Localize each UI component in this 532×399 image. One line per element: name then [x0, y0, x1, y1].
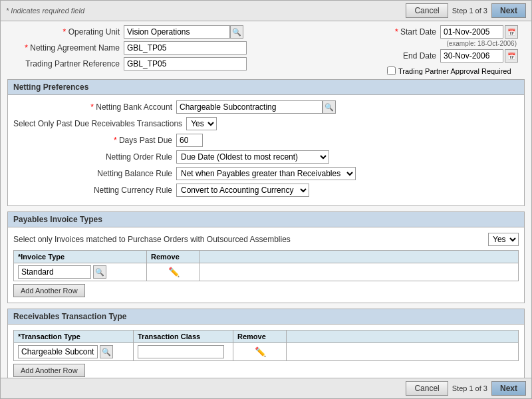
days-past-due-input[interactable]: [176, 134, 203, 147]
invoice-row-0: 🔍 ✏️: [13, 263, 519, 281]
invoice-remove-icon[interactable]: ✏️: [168, 267, 179, 277]
netting-balance-select[interactable]: Net when Payables greater than Receivabl…: [176, 167, 356, 180]
bank-account-row: * Netting Bank Account 🔍: [13, 100, 519, 114]
col-transaction-class-header: Transaction Class: [134, 331, 233, 342]
past-due-row: Select Only Past Due Receivables Transac…: [13, 117, 519, 130]
step-label-bottom: Step 1 of 3: [452, 384, 487, 392]
approval-checkbox[interactable]: [387, 66, 396, 75]
receivables-row-0: 🔍 ✏️: [13, 342, 519, 361]
cancel-button-bottom[interactable]: Cancel: [406, 381, 448, 396]
main-content: * Operating Unit 🔍 * Netting Agreement N…: [1, 21, 531, 378]
invoice-grid-header: *Invoice Type Remove: [13, 250, 519, 263]
payables-header: Payables Invoice Types: [8, 212, 524, 227]
netting-currency-label: Netting Currency Rule: [13, 186, 176, 195]
netting-currency-row: Netting Currency Rule Convert to Account…: [13, 184, 519, 197]
payables-panel: Payables Invoice Types Select only Invoi…: [7, 211, 525, 303]
step-label-top: Step 1 of 3: [452, 7, 487, 15]
netting-preferences-body: * Netting Bank Account 🔍 Select Only Pas…: [8, 95, 524, 205]
past-due-label: Select Only Past Due Receivables Transac…: [13, 119, 186, 128]
operating-unit-input[interactable]: [124, 25, 230, 39]
bank-account-input[interactable]: [176, 100, 323, 114]
end-date-input[interactable]: [440, 49, 503, 63]
transaction-type-cell: 🔍: [14, 343, 134, 360]
invoice-type-search-icon[interactable]: 🔍: [93, 265, 106, 279]
transaction-class-cell: [134, 343, 233, 360]
outsourced-select[interactable]: Yes No: [488, 233, 519, 246]
start-date-calendar-icon[interactable]: 📅: [505, 25, 518, 39]
transaction-type-input[interactable]: [18, 345, 98, 358]
cancel-button-top[interactable]: Cancel: [406, 3, 448, 18]
start-date-input[interactable]: [440, 25, 503, 39]
payables-body: Select only Invoices matched to Purchase…: [8, 227, 524, 303]
end-date-row: End Date 📅: [387, 49, 518, 63]
receivables-panel: Receivables Transaction Type *Transactio…: [7, 309, 525, 378]
invoice-type-cell: 🔍: [14, 263, 147, 281]
netting-agreement-input[interactable]: [124, 41, 247, 55]
trading-partner-label: Trading Partner Reference: [7, 59, 124, 68]
bank-account-label: * Netting Bank Account: [13, 102, 176, 112]
receivables-grid: *Transaction Type Transaction Class Remo…: [13, 330, 519, 361]
transaction-class-input[interactable]: [138, 345, 224, 358]
required-star: *: [63, 27, 68, 37]
netting-order-label: Netting Order Rule: [13, 152, 176, 162]
col-transaction-type-header: *Transaction Type: [14, 331, 134, 342]
transaction-type-search-icon[interactable]: 🔍: [100, 345, 113, 358]
receivables-header: Receivables Transaction Type: [8, 309, 524, 325]
operating-unit-label: * Operating Unit: [7, 27, 124, 37]
payables-add-row-button[interactable]: Add Another Row: [13, 284, 85, 297]
header-form: * Operating Unit 🔍 * Netting Agreement N…: [7, 25, 525, 75]
col-remove-header: Remove: [147, 251, 200, 263]
operating-unit-search-icon[interactable]: 🔍: [230, 25, 243, 39]
receivables-body: *Transaction Type Transaction Class Remo…: [8, 325, 524, 378]
receivables-remove-icon[interactable]: ✏️: [255, 346, 265, 357]
netting-currency-select[interactable]: Convert to Accounting Currency Use Trans…: [176, 184, 309, 197]
receivables-remove-cell: ✏️: [233, 343, 287, 360]
netting-agreement-label: * Netting Agreement Name: [7, 43, 124, 53]
right-fields: * Start Date 📅 (example: 18-Oct-2006) En…: [387, 25, 525, 75]
netting-order-select[interactable]: Due Date (Oldest to most recent) Due Dat…: [176, 150, 329, 164]
netting-order-row: Netting Order Rule Due Date (Oldest to m…: [13, 150, 519, 164]
trading-partner-input[interactable]: [124, 57, 247, 70]
netting-agreement-row: * Netting Agreement Name: [7, 41, 387, 55]
approval-checkbox-label: Trading Partner Approval Required: [398, 67, 511, 75]
invoice-type-input[interactable]: [18, 265, 91, 279]
col-invoice-type-header: *Invoice Type: [14, 251, 147, 263]
date-example: (example: 18-Oct-2006): [387, 40, 518, 47]
days-past-due-label: * Days Past Due: [13, 136, 176, 145]
netting-preferences-panel: Netting Preferences * Netting Bank Accou…: [7, 79, 525, 206]
receivables-add-row-button[interactable]: Add Another Row: [13, 364, 85, 377]
start-date-row: * Start Date 📅: [387, 25, 518, 39]
col-remove-header2: Remove: [233, 331, 287, 342]
netting-balance-row: Netting Balance Rule Net when Payables g…: [13, 167, 519, 180]
top-bar: * Indicates required field Cancel Step 1…: [1, 1, 531, 21]
bank-account-search-icon[interactable]: 🔍: [323, 100, 336, 114]
approval-checkbox-row: Trading Partner Approval Required: [387, 66, 518, 75]
trading-partner-row: Trading Partner Reference: [7, 57, 387, 70]
past-due-select[interactable]: Yes No: [186, 117, 217, 130]
netting-preferences-header: Netting Preferences: [8, 80, 524, 95]
required-text: * Indicates required field: [6, 7, 84, 15]
days-past-due-row: * Days Past Due: [13, 134, 519, 147]
receivables-grid-header: *Transaction Type Transaction Class Remo…: [13, 330, 519, 342]
next-button-bottom[interactable]: Next: [491, 381, 526, 396]
invoice-remove-cell: ✏️: [147, 263, 200, 281]
next-button-top[interactable]: Next: [491, 3, 526, 18]
bottom-bar: Cancel Step 1 of 3 Next: [1, 378, 531, 398]
top-bar-actions: Cancel Step 1 of 3 Next: [406, 3, 526, 18]
page-wrapper: * Indicates required field Cancel Step 1…: [0, 0, 532, 399]
operating-unit-row: * Operating Unit 🔍: [7, 25, 387, 39]
netting-balance-label: Netting Balance Rule: [13, 169, 176, 178]
invoice-types-grid: *Invoice Type Remove 🔍 ✏️: [13, 250, 519, 281]
end-date-calendar-icon[interactable]: 📅: [505, 49, 518, 63]
end-date-label: End Date: [387, 51, 440, 61]
start-date-label: * Start Date: [387, 27, 440, 37]
left-fields: * Operating Unit 🔍 * Netting Agreement N…: [7, 25, 387, 75]
outsourced-row: Select only Invoices matched to Purchase…: [13, 233, 519, 246]
outsourced-label: Select only Invoices matched to Purchase…: [13, 235, 488, 244]
